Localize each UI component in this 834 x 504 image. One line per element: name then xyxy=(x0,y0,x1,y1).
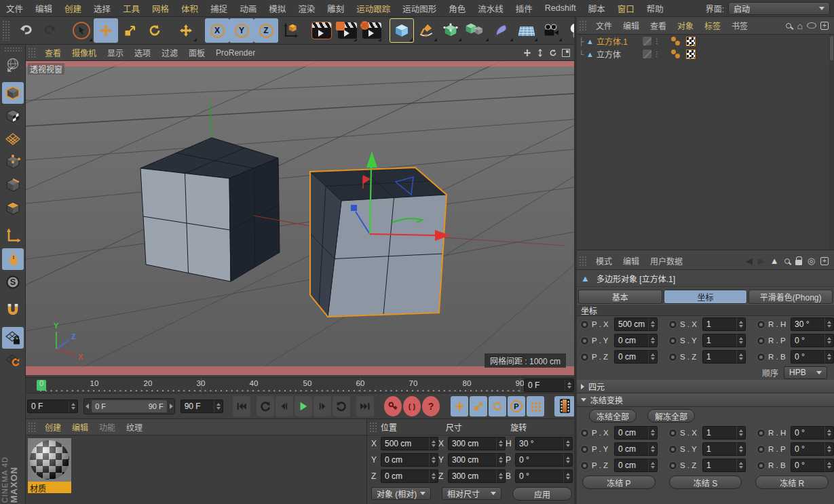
material-grip[interactable] xyxy=(28,422,37,433)
add-panel-icon[interactable]: + xyxy=(820,22,829,30)
freeze-r-button[interactable]: 冻结 R xyxy=(755,476,829,489)
autokey-button[interactable]: ( ) xyxy=(403,396,421,416)
quaternion-fold[interactable]: 四元 xyxy=(577,380,834,393)
mat-menu-create[interactable]: 创建 xyxy=(39,421,67,433)
sy-keyframe-dot[interactable] xyxy=(668,336,677,345)
texture-mode-button[interactable] xyxy=(2,105,24,127)
polygons-mode-button[interactable] xyxy=(2,197,24,219)
om-menu-tags[interactable]: 标签 xyxy=(699,20,726,31)
lock-icon[interactable] xyxy=(795,260,802,265)
rotation-p-field[interactable]: 0 ° xyxy=(515,453,573,467)
workplane-lock-button[interactable] xyxy=(2,327,24,349)
rp-keyframe-dot[interactable] xyxy=(757,336,765,345)
am-grip[interactable] xyxy=(579,256,588,267)
py-field[interactable]: 0 cm xyxy=(614,334,658,347)
visibility-dots-icon[interactable] xyxy=(671,50,682,59)
x-axis-lock-button[interactable]: X xyxy=(205,18,229,43)
texture-tag-icon[interactable] xyxy=(686,50,696,59)
menu-motion-tracker[interactable]: 运动跟踪 xyxy=(350,2,396,15)
spinner[interactable] xyxy=(214,400,223,412)
vp-menu-camera[interactable]: 摄像机 xyxy=(67,47,102,58)
render-to-picture-viewer-button[interactable] xyxy=(334,18,358,43)
frp-field[interactable]: 0 ° xyxy=(791,442,834,456)
interface-dropdown[interactable]: 启动 xyxy=(728,2,830,15)
toggle-views-icon[interactable] xyxy=(562,49,570,57)
history-back-icon[interactable]: ◀ xyxy=(746,256,753,265)
workplane-orient-button[interactable] xyxy=(2,350,24,372)
zoom-view-icon[interactable] xyxy=(536,49,544,57)
path-icon[interactable]: ◯ xyxy=(806,22,816,28)
toolbar-grip[interactable] xyxy=(2,20,11,41)
scale-tool-button[interactable] xyxy=(118,18,143,43)
py-keyframe-dot[interactable] xyxy=(580,336,589,345)
fpy-keyframe-dot[interactable] xyxy=(580,445,589,454)
am-menu-userdata[interactable]: 用户数据 xyxy=(645,255,688,267)
menu-window[interactable]: 窗口 xyxy=(611,2,641,15)
fsz-field[interactable]: 1 xyxy=(702,459,746,472)
search-icon[interactable] xyxy=(786,23,791,28)
move-tool-button[interactable] xyxy=(94,18,118,43)
vp-menu-panel[interactable]: 面板 xyxy=(183,47,210,58)
sx-keyframe-dot[interactable] xyxy=(668,320,677,329)
ruler-frame-field[interactable]: 0 F xyxy=(524,379,574,392)
object-name[interactable]: 立方体 xyxy=(596,48,639,60)
position-z-field[interactable]: 0 cm xyxy=(381,469,438,483)
om-menu-edit[interactable]: 编辑 xyxy=(618,20,645,31)
deformer-button[interactable] xyxy=(490,18,514,43)
menu-snap[interactable]: 捕捉 xyxy=(204,2,233,15)
workplane-mode-button[interactable] xyxy=(2,128,24,150)
prev-frame-button[interactable] xyxy=(276,396,293,416)
menu-file[interactable]: 文件 xyxy=(0,2,29,15)
size-z-field[interactable]: 300 cm xyxy=(448,469,506,483)
render-view-button[interactable] xyxy=(309,18,334,43)
camera-button[interactable] xyxy=(539,18,563,43)
menu-mesh[interactable]: 网格 xyxy=(146,2,175,15)
fsz-keyframe-dot[interactable] xyxy=(668,461,677,470)
search-icon[interactable] xyxy=(784,258,790,264)
menu-select[interactable]: 选择 xyxy=(88,2,117,15)
frh-field[interactable]: 0 ° xyxy=(791,426,834,440)
goto-end-button[interactable] xyxy=(356,396,374,416)
freeze-p-button[interactable]: 冻结 P xyxy=(582,476,656,489)
viewport-canvas[interactable]: Y Z X 透视视窗 网格间距 : 1000 cm xyxy=(26,61,574,375)
timeline-window-button[interactable] xyxy=(554,396,575,416)
material-name[interactable]: 材质 xyxy=(28,482,71,493)
vp-menu-filter[interactable]: 过滤 xyxy=(156,47,183,58)
floor-environment-button[interactable] xyxy=(514,18,539,43)
menu-redshift[interactable]: Redshift xyxy=(539,3,582,13)
px-keyframe-dot[interactable] xyxy=(580,320,589,329)
vp-menu-prorender[interactable]: ProRender xyxy=(210,48,261,58)
coord-mode-dropdown[interactable]: 对象 (相对) xyxy=(371,487,431,500)
key-parameter-toggle[interactable]: P xyxy=(508,396,525,416)
tab-phong[interactable]: 平滑着色(Phong) xyxy=(748,290,833,304)
convert-object-button[interactable] xyxy=(2,54,24,76)
spinner[interactable] xyxy=(69,400,77,412)
timeline-ruler[interactable]: 0 10 20 30 40 50 60 70 80 90 0 F xyxy=(26,377,575,393)
viewport-grip[interactable] xyxy=(28,47,37,58)
menu-create[interactable]: 创建 xyxy=(58,2,88,15)
range-right-icon[interactable] xyxy=(170,404,173,409)
range-left-icon[interactable] xyxy=(86,404,89,409)
frp-keyframe-dot[interactable] xyxy=(757,445,765,454)
apply-button[interactable]: 应用 xyxy=(512,487,572,501)
layer-toggle-icon[interactable] xyxy=(643,50,651,58)
position-y-field[interactable]: 0 cm xyxy=(381,453,438,467)
position-x-field[interactable]: 500 cm xyxy=(381,437,438,450)
menu-mograph[interactable]: 运动图形 xyxy=(396,2,442,15)
freeze-fold[interactable]: 冻结变换 xyxy=(577,393,834,407)
play-button[interactable] xyxy=(295,396,312,416)
fpy-field[interactable]: 0 cm xyxy=(614,442,658,456)
edges-mode-button[interactable] xyxy=(2,174,24,196)
am-menu-mode[interactable]: 模式 xyxy=(590,255,618,267)
y-axis-handle[interactable] xyxy=(366,151,377,168)
live-selection-button[interactable] xyxy=(69,18,94,43)
object-list[interactable]: ├ ▲ 立方体.1 ⋮ └ ▲ 立方体 ⋮ xyxy=(577,35,834,250)
cube-selected-object[interactable] xyxy=(310,168,447,317)
end-frame-field[interactable]: 90 F xyxy=(181,400,223,413)
viewport-tweak-button[interactable] xyxy=(2,248,24,270)
sy-field[interactable]: 1 xyxy=(702,334,746,347)
fsy-keyframe-dot[interactable] xyxy=(668,445,677,454)
vp-menu-options[interactable]: 选项 xyxy=(129,47,156,58)
state-dots-icon[interactable]: ⋮ xyxy=(653,50,660,58)
subdivision-surface-button[interactable] xyxy=(438,18,463,43)
